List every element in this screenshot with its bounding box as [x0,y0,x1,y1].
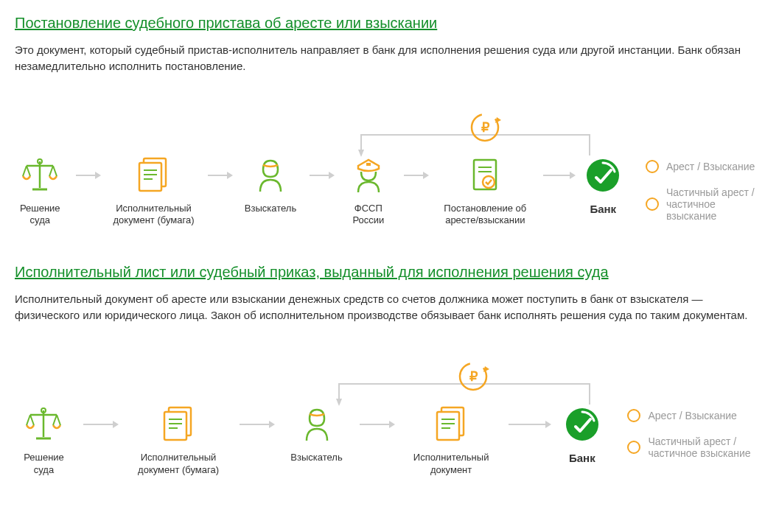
arrow-icon [82,419,119,430]
svg-line-7 [23,166,27,176]
svg-marker-25 [423,172,429,179]
officer-icon [352,155,385,195]
outcome-label: Арест / Взыскание [666,161,755,172]
outcome-partial: Частичный арест / частичное взыскание [627,435,764,459]
step-label: Решение суда [15,203,66,228]
step-exec-doc-paper: Исполнительный документ (бумага) [110,155,198,228]
svg-marker-31 [570,172,576,179]
outcomes-list: Арест / Взыскание Частичный арест / част… [627,409,764,459]
section-exec-writ: Исполнительный лист или судебный приказ,… [15,264,764,476]
step-label: Исполнительный документ [404,452,498,477]
step-claimant: Взыскатель [284,405,349,464]
check-document-icon [469,155,500,195]
ruble-icon: ₽ [457,360,489,395]
step-label: Решение суда [15,452,73,477]
scales-icon [20,155,60,195]
svg-marker-62 [545,421,551,428]
svg-line-9 [49,166,53,176]
section-title-link[interactable]: Исполнительный лист или судебный приказ,… [15,264,609,281]
step-exec-doc-paper: Исполнительный документ (бумага) [127,405,229,477]
person-icon [302,405,332,444]
outcome-label: Частичный арест / частичное взыскание [648,435,764,459]
svg-line-41 [30,415,34,425]
step-bank: Банк [584,155,622,215]
flow-diagram-2: ₽ [15,360,764,477]
step-label: Постановление об аресте/взыскании [438,203,532,228]
svg-rect-48 [164,412,186,440]
step-bank: Банк [560,405,604,464]
section-bailiff: Постановление судебного пристава об арес… [15,15,764,227]
bank-icon [564,405,601,444]
step-court-decision: Решение суда [15,155,66,228]
step-fssp: ФССП России [343,155,394,228]
arrow-icon [507,419,551,430]
step-label: Взыскатель [245,203,296,215]
svg-marker-55 [389,421,395,428]
svg-line-10 [53,166,57,176]
arrow-icon [206,170,233,181]
svg-rect-23 [366,163,371,166]
svg-marker-35 [483,366,489,372]
document-icon [136,155,170,195]
svg-line-40 [27,415,30,425]
ruble-icon: ₽ [469,111,501,146]
bank-icon [584,155,621,195]
section-title-link[interactable]: Постановление судебного пристава об арес… [15,15,437,32]
svg-point-32 [587,159,619,192]
person-icon [256,155,285,195]
arrow-icon [358,419,395,430]
svg-marker-13 [95,172,101,179]
arrow-icon [402,170,429,181]
svg-marker-53 [269,421,275,428]
bullet-icon [646,160,659,173]
document-icon [161,405,195,444]
bullet-icon [627,441,640,454]
outcome-label: Арест / Взыскание [648,410,736,421]
svg-line-8 [27,166,30,176]
arrow-icon [238,419,275,430]
svg-marker-20 [227,172,233,179]
step-court-decision: Решение суда [15,405,73,477]
step-exec-doc: Исполнительный документ [404,405,498,477]
section-description: Это документ, который судебный пристав-и… [15,42,764,74]
step-label: ФССП России [343,203,394,228]
svg-point-63 [566,408,598,441]
svg-marker-46 [113,421,119,428]
step-resolution: Постановление об аресте/взыскании [438,155,532,228]
svg-marker-22 [329,172,335,179]
scales-icon [24,405,63,444]
bullet-icon [646,197,659,211]
arrow-icon [74,170,101,181]
step-label: Исполнительный документ (бумага) [110,203,198,228]
flow-diagram-1: ₽ [15,111,764,228]
svg-text:₽: ₽ [469,369,478,384]
svg-text:₽: ₽ [481,120,490,135]
document-icon [434,405,468,444]
step-label: Банк [590,203,616,215]
outcome-label: Частичный арест / частичное взыскание [666,186,764,222]
step-label: Банк [569,452,595,464]
outcomes-list: Арест / Взыскание Частичный арест / част… [646,160,764,222]
svg-line-43 [57,415,60,425]
svg-rect-57 [437,412,459,440]
step-label: Исполнительный документ (бумага) [127,452,229,477]
svg-line-42 [53,415,57,425]
arrow-icon [542,170,576,181]
outcome-partial: Частичный арест / частичное взыскание [646,186,764,222]
svg-rect-15 [139,163,161,191]
step-label: Взыскатель [290,452,342,464]
svg-marker-2 [495,117,501,123]
section-description: Исполнительный документ об аресте или вз… [15,291,764,323]
outcome-arrest: Арест / Взыскание [627,409,764,422]
arrow-icon [308,170,335,181]
outcome-arrest: Арест / Взыскание [646,160,764,173]
step-claimant: Взыскатель [242,155,298,215]
bullet-icon [627,409,640,422]
